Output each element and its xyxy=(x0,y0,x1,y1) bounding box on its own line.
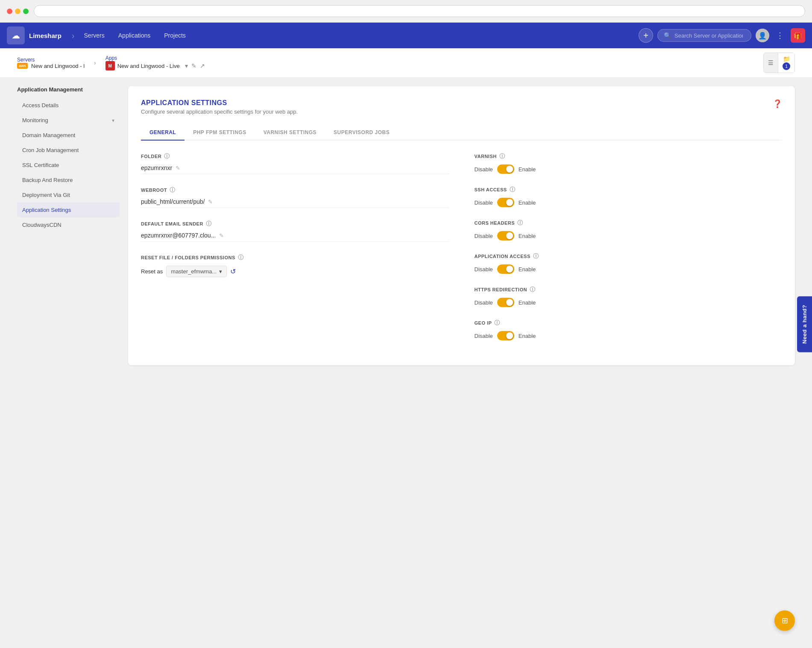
left-column: FOLDER ⓘ epzumrxnxr ✎ WEBROOT ⓘ xyxy=(141,152,449,352)
nav-projects[interactable]: Projects xyxy=(158,29,192,42)
sidebar-item-cron-job[interactable]: Cron Job Management xyxy=(17,143,120,158)
reset-permissions-setting: RESET FILE / FOLDERS PERMISSIONS ⓘ Reset… xyxy=(141,254,449,277)
geo-ip-toggle[interactable] xyxy=(497,331,514,340)
tab-general[interactable]: GENERAL xyxy=(141,125,185,141)
webroot-edit-icon[interactable]: ✎ xyxy=(208,199,213,205)
cors-enable-label: Enable xyxy=(519,233,536,239)
email-info-icon[interactable]: ⓘ xyxy=(206,220,212,228)
cors-toggle-thumb xyxy=(506,232,513,239)
files-view-button[interactable]: 📁 1 xyxy=(778,53,794,73)
chevron-down-icon: ▾ xyxy=(112,117,114,123)
cors-info-icon[interactable]: ⓘ xyxy=(517,219,523,227)
traffic-light-yellow[interactable] xyxy=(15,9,21,14)
https-info-icon[interactable]: ⓘ xyxy=(530,286,536,293)
add-button[interactable]: + xyxy=(639,28,653,43)
external-link-icon[interactable]: ↗ xyxy=(200,62,205,69)
app-access-info-icon[interactable]: ⓘ xyxy=(533,252,539,260)
app-access-toggle-thumb xyxy=(506,266,513,273)
sidebar-item-deployment[interactable]: Deployment Via Git xyxy=(17,188,120,202)
reset-value: master_efmwma... ▾ xyxy=(166,266,227,277)
varnish-toggle-row: Disable Enable xyxy=(475,164,783,174)
ssh-toggle-row: Disable Enable xyxy=(475,198,783,207)
server-item[interactable]: aws New and Lingwood - l xyxy=(17,63,85,69)
webroot-label: WEBROOT ⓘ xyxy=(141,186,449,194)
geo-ip-label: GEO IP ⓘ xyxy=(475,319,783,327)
search-input[interactable] xyxy=(674,32,743,39)
float-grid-button[interactable]: ⊞ xyxy=(774,610,795,631)
nav-applications[interactable]: Applications xyxy=(112,29,157,42)
traffic-light-green[interactable] xyxy=(23,9,29,14)
reset-refresh-icon[interactable]: ↺ xyxy=(230,267,236,276)
ssh-enable-label: Enable xyxy=(519,199,536,206)
folder-value: epzumrxnxr ✎ xyxy=(141,164,449,174)
app-icon: M xyxy=(106,61,115,70)
settings-grid: FOLDER ⓘ epzumrxnxr ✎ WEBROOT ⓘ xyxy=(141,152,782,352)
sidebar-item-cdn[interactable]: CloudwaysCDN xyxy=(17,217,120,232)
tab-php-fpm[interactable]: PHP FPM SETTINGS xyxy=(185,125,255,141)
nav-servers[interactable]: Servers xyxy=(78,29,111,42)
search-icon: 🔍 xyxy=(664,32,671,39)
tab-varnish[interactable]: VARNISH SETTINGS xyxy=(255,125,325,141)
varnish-info-icon[interactable]: ⓘ xyxy=(499,152,505,160)
webroot-value: public_html/current/pub/ ✎ xyxy=(141,198,449,208)
geo-ip-info-icon[interactable]: ⓘ xyxy=(494,319,500,327)
address-bar[interactable] xyxy=(34,5,805,17)
email-text: epzumrxnxr@607797.clou... xyxy=(141,232,216,239)
email-sender-label: DEFAULT EMAIL SENDER ⓘ xyxy=(141,220,449,228)
servers-breadcrumb: Servers aws New and Lingwood - l xyxy=(17,57,85,69)
email-edit-icon[interactable]: ✎ xyxy=(219,232,224,239)
sidebar-section-title: Application Management xyxy=(17,86,120,93)
ssh-toggle[interactable] xyxy=(497,198,514,207)
breadcrumb-section: Servers aws New and Lingwood - l › Apps … xyxy=(17,55,205,70)
folder-edit-icon[interactable]: ✎ xyxy=(176,165,180,171)
reset-info-icon[interactable]: ⓘ xyxy=(238,254,244,261)
edit-app-icon[interactable]: ✎ xyxy=(191,62,196,69)
gift-button[interactable]: 🎁 xyxy=(791,28,805,43)
dropdown-icon[interactable]: ▾ xyxy=(185,62,188,69)
sidebar-item-label: Deployment Via Git xyxy=(22,192,70,198)
help-sidebar[interactable]: Need a hand? xyxy=(797,296,812,352)
folder-info-icon[interactable]: ⓘ xyxy=(164,152,170,160)
app-access-enable-label: Enable xyxy=(519,266,536,273)
sidebar-item-ssl[interactable]: SSL Certificate xyxy=(17,158,120,173)
email-sender-setting: DEFAULT EMAIL SENDER ⓘ epzumrxnxr@607797… xyxy=(141,220,449,242)
varnish-setting: VARNISH ⓘ Disable Enable xyxy=(475,152,783,174)
sub-header-right: ☰ 📁 1 xyxy=(763,53,795,73)
traffic-light-red[interactable] xyxy=(7,9,12,14)
tab-supervisord[interactable]: SUPERVISORD JOBS xyxy=(325,125,398,141)
varnish-toggle[interactable] xyxy=(497,164,514,174)
navbar-divider: › xyxy=(72,31,75,41)
sidebar-item-label: Domain Management xyxy=(22,132,75,138)
breadcrumb-chevron: › xyxy=(94,59,96,66)
sidebar-item-access-details[interactable]: Access Details xyxy=(17,98,120,113)
folder-setting: FOLDER ⓘ epzumrxnxr ✎ xyxy=(141,152,449,174)
sidebar-item-monitoring[interactable]: Monitoring ▾ xyxy=(17,113,120,128)
sidebar-item-label: Access Details xyxy=(22,102,59,108)
https-toggle-thumb xyxy=(506,299,513,306)
help-icon[interactable]: ❓ xyxy=(773,99,782,108)
app-access-toggle[interactable] xyxy=(497,264,514,274)
content-header: APPLICATION SETTINGS Configure several a… xyxy=(141,99,782,115)
https-toggle[interactable] xyxy=(497,298,514,307)
reset-dropdown-icon[interactable]: ▾ xyxy=(219,268,222,275)
webroot-setting: WEBROOT ⓘ public_html/current/pub/ ✎ xyxy=(141,186,449,208)
ssh-info-icon[interactable]: ⓘ xyxy=(510,186,516,194)
sidebar-item-domain-management[interactable]: Domain Management xyxy=(17,128,120,143)
sidebar-item-label: Backup And Restore xyxy=(22,177,73,183)
page-title: APPLICATION SETTINGS xyxy=(141,99,298,107)
apps-label: Apps xyxy=(106,55,205,61)
app-name[interactable]: New and Lingwood - Live xyxy=(117,63,180,69)
cors-toggle[interactable] xyxy=(497,231,514,240)
list-view-button[interactable]: ☰ xyxy=(764,53,778,73)
sidebar-item-backup[interactable]: Backup And Restore xyxy=(17,173,120,188)
navbar: ☁ Limesharp › Servers Applications Proje… xyxy=(0,23,812,48)
more-options-icon[interactable]: ⋮ xyxy=(774,29,786,42)
navbar-right: + 🔍 👤 ⋮ 🎁 xyxy=(639,28,805,43)
https-redirection-setting: HTTPS REDIRECTION ⓘ Disable Enable xyxy=(475,286,783,307)
email-sender-value: epzumrxnxr@607797.clou... ✎ xyxy=(141,232,449,242)
webroot-info-icon[interactable]: ⓘ xyxy=(170,186,176,194)
cors-label: CORS Headers ⓘ xyxy=(475,219,783,227)
sidebar-item-app-settings[interactable]: Application Settings xyxy=(17,202,120,217)
sidebar-item-label: Monitoring xyxy=(22,117,48,123)
user-avatar[interactable]: 👤 xyxy=(756,29,769,42)
